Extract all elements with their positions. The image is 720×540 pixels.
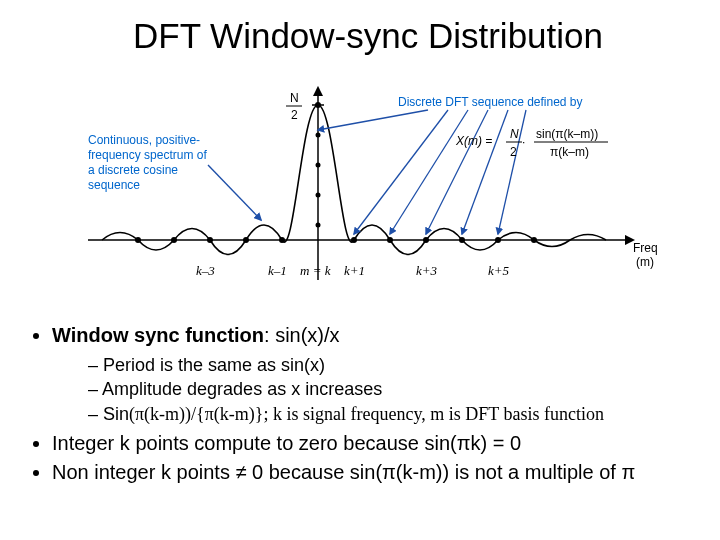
svg-point-12 [316, 133, 321, 138]
svg-line-22 [318, 110, 428, 130]
right-annotation: Discrete DFT sequence defined by [318, 95, 583, 234]
sub-formula: Sin(π(k-m))/{π(k-m)}; k is signal freque… [88, 402, 696, 426]
page-title: DFT Window-sync Distribution [40, 16, 696, 56]
x-ticks: k–3 k–1 m = k k+1 k+3 k+5 [196, 263, 510, 278]
sub-period: Period is the same as sin(x) [88, 353, 696, 377]
svg-point-0 [135, 237, 141, 243]
sub-amplitude: Amplitude degrades as x increases [88, 377, 696, 401]
yaxis-label-num: N [290, 91, 299, 105]
svg-point-8 [423, 237, 429, 243]
svg-point-3 [243, 237, 249, 243]
svg-point-1 [171, 237, 177, 243]
bullet-list: Window sync function: sin(x)/x Period is… [40, 322, 696, 486]
svg-point-13 [316, 163, 321, 168]
bullet-window-sync-rest: : sin(x)/x [264, 324, 340, 346]
svg-text:sin(π(k–m)): sin(π(k–m)) [536, 127, 598, 141]
svg-text:2: 2 [510, 145, 517, 159]
left-annotation: Continuous, positive- frequency spectrum… [88, 133, 261, 220]
svg-point-4 [279, 237, 285, 243]
svg-text:a discrete cosine: a discrete cosine [88, 163, 178, 177]
svg-text:π(k–m): π(k–m) [550, 145, 589, 159]
svg-text:Discrete DFT sequence defined : Discrete DFT sequence defined by [398, 95, 583, 109]
svg-text:N: N [510, 127, 519, 141]
svg-point-7 [387, 237, 393, 243]
sub-bullets: Period is the same as sin(x) Amplitude d… [52, 353, 696, 426]
yaxis-label-den: 2 [291, 108, 298, 122]
svg-text:k–3: k–3 [196, 263, 215, 278]
x-axis-label: Freq (m) [633, 241, 658, 269]
svg-line-20 [208, 165, 261, 220]
svg-line-26 [462, 110, 508, 234]
xm-formula: X(m) = N 2 · sin(π(k–m)) π(k–m) [455, 127, 608, 159]
bullet-window-sync: Window sync function: sin(x)/x Period is… [52, 322, 696, 426]
svg-text:(m): (m) [636, 255, 654, 269]
svg-point-14 [316, 193, 321, 198]
sinc-svg: N 2 Continuous, positive- frequency spec… [68, 70, 668, 310]
svg-point-15 [316, 223, 321, 228]
svg-text:k+3: k+3 [416, 263, 438, 278]
svg-text:Continuous, positive-: Continuous, positive- [88, 133, 200, 147]
svg-text:k–1: k–1 [268, 263, 287, 278]
svg-text:k+5: k+5 [488, 263, 510, 278]
svg-point-6 [351, 237, 357, 243]
sinc-figure: N 2 Continuous, positive- frequency spec… [68, 70, 668, 310]
svg-point-11 [531, 237, 537, 243]
bullet-window-sync-label: Window sync function [52, 324, 264, 346]
svg-text:·: · [522, 135, 525, 149]
svg-text:Freq: Freq [633, 241, 658, 255]
svg-text:frequency spectrum of: frequency spectrum of [88, 148, 207, 162]
svg-text:X(m) =: X(m) = [455, 134, 492, 148]
svg-point-10 [495, 237, 501, 243]
bullet-integer-k: Integer k points compute to zero because… [52, 430, 696, 457]
svg-point-9 [459, 237, 465, 243]
svg-text:m = k: m = k [300, 263, 331, 278]
bullet-noninteger-k: Non integer k points ≠ 0 because sin(π(k… [52, 459, 696, 486]
svg-text:sequence: sequence [88, 178, 140, 192]
svg-point-2 [207, 237, 213, 243]
svg-text:k+1: k+1 [344, 263, 365, 278]
sinc-curve [102, 105, 606, 255]
